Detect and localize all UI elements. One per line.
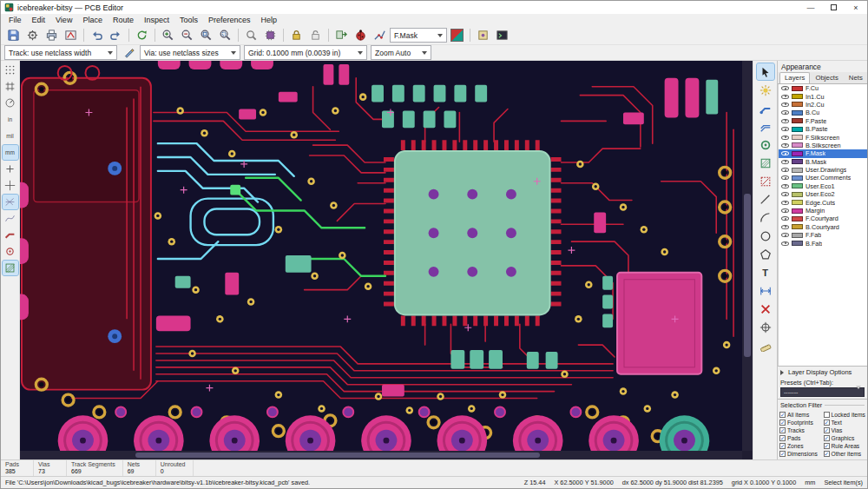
measure-tool-button[interactable]	[757, 337, 774, 354]
visibility-eye-icon[interactable]	[781, 110, 789, 115]
via-outline-toggle[interactable]	[3, 244, 18, 259]
find-button[interactable]	[242, 27, 260, 43]
filter-zones[interactable]: Zones	[779, 442, 822, 450]
zoom-selector[interactable]: Zoom Auto	[371, 45, 431, 60]
filter-footprints[interactable]: Footprints	[779, 419, 822, 426]
visibility-eye-icon[interactable]	[781, 127, 789, 131]
edit-predefined-sizes-button[interactable]	[121, 46, 136, 60]
layer-color-swatch[interactable]	[792, 183, 803, 188]
layer-row-f-courtyard[interactable]: F.Courtyard	[779, 215, 867, 222]
layer-color-swatch[interactable]	[792, 192, 803, 197]
footprint-wizard-button[interactable]	[474, 27, 492, 43]
unlock-button[interactable]	[306, 27, 325, 43]
drc-button[interactable]	[352, 27, 370, 43]
graphic-polygon-button[interactable]	[757, 246, 774, 262]
delete-tool-button[interactable]	[757, 301, 774, 317]
filter-vias[interactable]: Vias	[824, 426, 866, 434]
layer-row-b-cu[interactable]: B.Cu	[779, 109, 867, 116]
menu-help[interactable]: Help	[256, 14, 283, 26]
layer-display-options[interactable]: Layer Display Options	[778, 366, 867, 378]
layer-color-swatch[interactable]	[792, 224, 803, 229]
checkbox[interactable]	[779, 451, 786, 457]
menu-view[interactable]: View	[50, 14, 77, 26]
route-track-button[interactable]	[757, 100, 774, 116]
active-layer-selector[interactable]: F.Mask	[390, 28, 447, 43]
units-inches-toggle[interactable]: in	[3, 112, 18, 127]
layer-pair-button[interactable]	[448, 27, 466, 43]
layer-color-swatch[interactable]	[792, 241, 803, 246]
visibility-eye-icon[interactable]	[781, 168, 789, 172]
layer-color-swatch[interactable]	[792, 142, 803, 148]
print-button[interactable]	[43, 27, 61, 43]
visibility-eye-icon[interactable]	[781, 119, 789, 123]
ratsnest-visibility-toggle[interactable]	[3, 195, 18, 209]
layer-row-user-drawings[interactable]: User.Drawings	[779, 166, 867, 174]
checkbox[interactable]	[824, 443, 830, 449]
layer-row-b-fab[interactable]: B.Fab	[779, 239, 867, 247]
checkbox[interactable]	[779, 435, 786, 441]
filter-locked-items[interactable]: Locked items	[824, 411, 866, 419]
menu-preferences[interactable]: Preferences	[203, 14, 256, 26]
close-button[interactable]: ×	[845, 1, 867, 14]
grid-lines-toggle[interactable]	[3, 79, 18, 94]
layer-color-swatch[interactable]	[792, 118, 803, 123]
checkbox[interactable]	[779, 427, 786, 433]
layer-color-swatch[interactable]	[792, 135, 803, 140]
visibility-eye-icon[interactable]	[781, 95, 789, 99]
layer-color-swatch[interactable]	[792, 168, 803, 173]
track-outline-toggle[interactable]	[3, 228, 18, 242]
undo-button[interactable]	[88, 27, 106, 43]
visibility-eye-icon[interactable]	[781, 160, 789, 164]
visibility-eye-icon[interactable]	[781, 102, 789, 107]
layer-color-swatch[interactable]	[792, 233, 803, 238]
zoom-fit-button[interactable]	[197, 27, 215, 43]
visibility-eye-icon[interactable]	[781, 192, 789, 196]
tab-objects[interactable]: Objects	[810, 72, 843, 83]
pcb-canvas[interactable]	[20, 61, 753, 459]
zoom-in-button[interactable]	[159, 27, 177, 43]
pcb-render-area[interactable]	[20, 61, 742, 451]
layer-row-margin[interactable]: Margin	[779, 207, 867, 215]
zoom-selection-button[interactable]	[216, 27, 234, 43]
visibility-eye-icon[interactable]	[781, 201, 789, 205]
layer-color-swatch[interactable]	[792, 102, 803, 107]
checkbox[interactable]	[779, 412, 786, 418]
visibility-eye-icon[interactable]	[781, 216, 789, 221]
checkbox[interactable]	[824, 435, 830, 441]
vertical-scrollbar[interactable]	[742, 61, 753, 451]
layer-color-swatch[interactable]	[792, 127, 803, 132]
net-inspector-button[interactable]	[371, 27, 389, 43]
layer-color-swatch[interactable]	[792, 86, 803, 91]
layer-color-swatch[interactable]	[792, 175, 803, 181]
layer-row-f-mask[interactable]: F.Mask	[779, 149, 867, 157]
menu-edit[interactable]: Edit	[27, 14, 51, 26]
visibility-eye-icon[interactable]	[781, 135, 789, 140]
filter-dimensions[interactable]: Dimensions	[779, 450, 822, 458]
visibility-eye-icon[interactable]	[781, 233, 789, 237]
checkbox[interactable]	[779, 443, 786, 449]
vertical-scrollbar-thumb[interactable]	[744, 194, 751, 358]
units-mm-toggle[interactable]: mm	[3, 145, 18, 160]
text-tool-button[interactable]: T	[757, 264, 774, 281]
menu-tools[interactable]: Tools	[174, 14, 203, 26]
visibility-eye-icon[interactable]	[781, 86, 789, 90]
visibility-eye-icon[interactable]	[781, 143, 789, 148]
cursor-fullscreen-toggle[interactable]	[3, 178, 18, 193]
ratsnest-curved-toggle[interactable]	[3, 211, 18, 226]
place-via-button[interactable]	[757, 136, 774, 153]
layer-row-f-silkscreen[interactable]: F.Silkscreen	[779, 133, 867, 141]
layer-row-in1-cu[interactable]: In1.Cu	[779, 92, 867, 100]
filter-all-items[interactable]: All items	[779, 411, 822, 419]
via-size-selector[interactable]: Via: use netclass sizes	[140, 45, 240, 60]
origin-tool-button[interactable]	[757, 319, 774, 335]
graphic-line-button[interactable]	[757, 191, 774, 208]
filter-rule-areas[interactable]: Rule Areas	[824, 442, 866, 450]
filter-other-items[interactable]: Other items	[824, 450, 866, 458]
graphic-arc-button[interactable]	[757, 209, 774, 226]
layer-color-swatch[interactable]	[792, 208, 803, 214]
horizontal-scrollbar-thumb[interactable]	[135, 453, 540, 458]
visibility-eye-icon[interactable]	[781, 184, 789, 188]
layer-row-b-paste[interactable]: B.Paste	[779, 125, 867, 133]
layer-row-b-mask[interactable]: B.Mask	[779, 158, 867, 166]
layer-row-user-eco2[interactable]: User.Eco2	[779, 190, 867, 198]
